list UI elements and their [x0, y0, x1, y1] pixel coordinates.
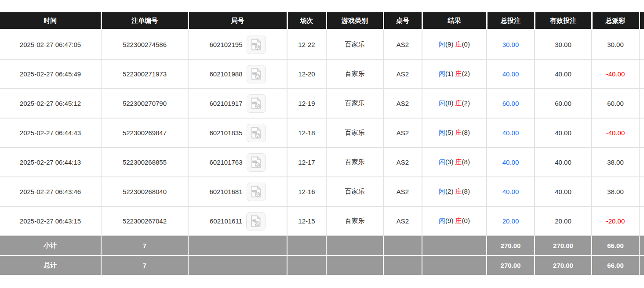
- banker-label: 庄: [455, 217, 462, 224]
- total-payout-cell: 38.00: [592, 177, 639, 206]
- column-header-time: 时间: [0, 12, 101, 30]
- table-row: 2025-02-27 06:45:49 522300271973 6021019…: [0, 59, 644, 89]
- game-type-cell: 百家乐: [326, 30, 383, 60]
- session-cell: 12-19: [287, 89, 326, 118]
- video-replay-button[interactable]: [246, 212, 266, 230]
- video-replay-button[interactable]: [247, 124, 266, 142]
- column-header-game-type: 游戏类别: [326, 12, 383, 30]
- game-type-cell: 百家乐: [326, 206, 383, 236]
- column-header-result: 结果: [422, 12, 487, 30]
- player-score: (9): [445, 40, 453, 48]
- valid-bet-cell: 60.00: [535, 89, 592, 118]
- column-header-total-bet: 总投注: [487, 12, 535, 30]
- round-cell: 602101835: [188, 118, 287, 148]
- table-row: 2025-02-27 06:43:15 522300267042 6021016…: [0, 206, 644, 236]
- video-file-icon: [250, 156, 262, 169]
- time-cell: 2025-02-27 06:47:05: [0, 30, 101, 60]
- player-label: 闲: [439, 40, 445, 48]
- video-file-icon: [250, 38, 262, 51]
- total-payout-cell: 30.00: [592, 30, 639, 60]
- banker-label: 庄: [455, 187, 462, 195]
- round-number: 602101763: [209, 158, 242, 166]
- clipped-cell: [639, 206, 644, 236]
- result-cell: 闲(1) 庄(2): [422, 59, 487, 89]
- game-type-cell: 百家乐: [326, 89, 383, 118]
- total-bet-cell: 30.00: [487, 30, 535, 60]
- time-cell: 2025-02-27 06:45:12: [0, 89, 101, 118]
- banker-label: 庄: [455, 40, 462, 48]
- result-cell: 闲(5) 庄(8): [422, 118, 487, 148]
- bet-id-cell: 522300274586: [101, 30, 188, 60]
- column-header-valid-bet: 有效投注: [535, 12, 592, 30]
- column-header-session: 场次: [287, 12, 326, 30]
- time-cell: 2025-02-27 06:43:46: [0, 177, 101, 206]
- player-score: (5): [445, 129, 453, 136]
- valid-bet-cell: 30.00: [535, 30, 592, 60]
- table-row: 2025-02-27 06:47:05 522300274586 6021021…: [0, 30, 644, 60]
- total-bet-cell: 40.00: [487, 59, 535, 89]
- video-file-icon: [250, 126, 262, 139]
- column-header-bet-id: 注单编号: [101, 12, 188, 30]
- bet-id-cell: 522300269847: [101, 118, 188, 148]
- subtotal-label: 小计: [0, 236, 101, 256]
- table-no-cell: AS2: [383, 148, 422, 177]
- video-replay-button[interactable]: [247, 36, 266, 54]
- round-cell: 602101611: [188, 206, 287, 236]
- round-number: 602101917: [209, 100, 242, 107]
- result-cell: 闲(8) 庄(2): [422, 89, 487, 118]
- video-replay-button[interactable]: [247, 65, 266, 83]
- banker-score: (2): [462, 70, 470, 77]
- clipped-cell: [639, 118, 644, 148]
- clipped-cell: [639, 30, 644, 60]
- round-number: 602101835: [209, 129, 242, 137]
- video-replay-button[interactable]: [247, 183, 266, 201]
- video-replay-button[interactable]: [247, 94, 266, 113]
- table-body: 2025-02-27 06:47:05 522300274586 6021021…: [0, 30, 644, 236]
- subtotal-row: 小计 7 270.00 270.00 66.00: [0, 236, 644, 256]
- banker-label: 庄: [455, 129, 462, 136]
- result-cell: 闲(9) 庄(0): [422, 206, 487, 236]
- player-label: 闲: [439, 217, 445, 224]
- session-cell: 12-15: [287, 206, 326, 236]
- table-row: 2025-02-27 06:43:46 522300268040 6021016…: [0, 177, 644, 206]
- round-number: 602101988: [209, 70, 242, 78]
- table-no-cell: AS2: [383, 177, 422, 206]
- bet-id-cell: 522300271973: [101, 59, 188, 89]
- round-number: 602102195: [209, 41, 242, 48]
- clipped-cell: [639, 177, 644, 206]
- table-no-cell: AS2: [383, 59, 422, 89]
- time-cell: 2025-02-27 06:44:43: [0, 118, 101, 148]
- subtotal-total-payout: 66.00: [592, 236, 639, 256]
- player-label: 闲: [439, 70, 445, 77]
- header-row: 时间 注单编号 局号 场次 游戏类别 桌号 结果 总投注 有效投注 总派彩: [0, 12, 644, 30]
- column-header-table-no: 桌号: [383, 12, 422, 30]
- subtotal-valid-bet: 270.00: [535, 236, 592, 256]
- player-score: (1): [445, 70, 453, 77]
- banker-label: 庄: [455, 70, 462, 77]
- valid-bet-cell: 20.00: [535, 206, 592, 236]
- video-replay-button[interactable]: [247, 153, 266, 172]
- subtotal-total-bet: 270.00: [487, 236, 535, 256]
- player-score: (9): [445, 217, 453, 224]
- game-type-cell: 百家乐: [326, 59, 383, 89]
- bet-id-cell: 522300270790: [101, 89, 188, 118]
- valid-bet-cell: 40.00: [535, 118, 592, 148]
- player-label: 闲: [439, 187, 445, 195]
- player-label: 闲: [439, 129, 445, 136]
- valid-bet-cell: 40.00: [535, 59, 592, 89]
- total-count: 7: [101, 256, 188, 275]
- total-payout-cell: 60.00: [592, 89, 639, 118]
- result-cell: 闲(2) 庄(8): [422, 177, 487, 206]
- player-score: (2): [445, 187, 453, 195]
- game-type-cell: 百家乐: [326, 148, 383, 177]
- round-number: 602101611: [210, 217, 242, 225]
- valid-bet-cell: 40.00: [535, 148, 592, 177]
- video-file-icon: [250, 97, 262, 110]
- total-label: 总计: [0, 256, 101, 275]
- total-bet-cell: 40.00: [487, 177, 535, 206]
- game-type-cell: 百家乐: [326, 118, 383, 148]
- total-bet-cell: 20.00: [487, 206, 535, 236]
- session-cell: 12-16: [287, 177, 326, 206]
- total-payout-cell: 38.00: [592, 148, 639, 177]
- column-header-total-payout: 总派彩: [592, 12, 639, 30]
